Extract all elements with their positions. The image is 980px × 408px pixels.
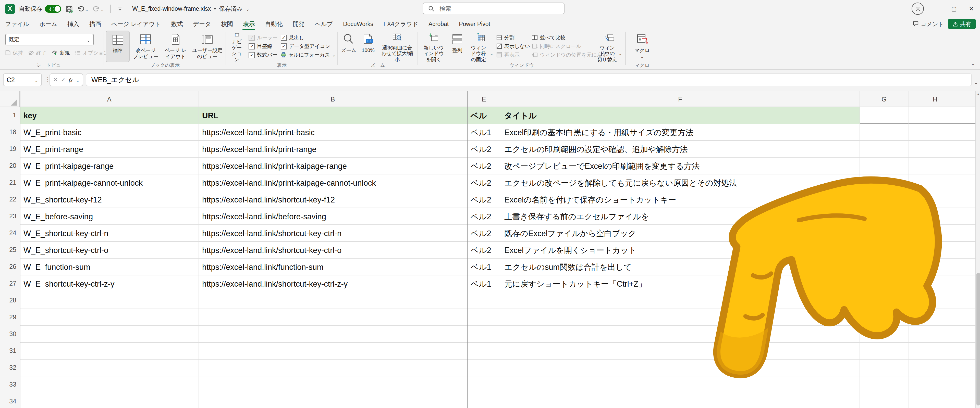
column-header-e[interactable]: E [467, 91, 501, 108]
cell-key[interactable]: W_E_print-range [20, 141, 199, 157]
tab-developer[interactable]: 開発 [288, 17, 310, 30]
table-row-empty[interactable]: 34 [0, 393, 975, 408]
arrange-all-button[interactable]: 整列 [449, 30, 466, 62]
tab-data[interactable]: データ [188, 17, 216, 30]
checkbox-icon[interactable] [281, 35, 287, 41]
tab-insert[interactable]: 挿入 [62, 17, 84, 30]
document-title[interactable]: W_E_fixed-window-frame.xlsx • 保存済み [132, 5, 250, 13]
cell-url[interactable]: https://excel-land.link/shortcut-key-f12 [199, 191, 467, 208]
cell-level[interactable]: ベル2 [467, 175, 501, 191]
maximize-button[interactable]: ▢ [945, 0, 963, 17]
column-header-h[interactable]: H [908, 91, 962, 108]
scroll-up-icon[interactable]: ▲ [977, 92, 980, 96]
cell-level[interactable]: ベル2 [467, 141, 501, 157]
excel-app-icon[interactable]: X [5, 4, 15, 14]
autosave-control[interactable]: 自動保存 オン [19, 5, 61, 13]
tab-docuworks[interactable]: DocuWorks [338, 17, 378, 30]
page-layout-view-button[interactable]: ページ レイアウト [162, 30, 189, 62]
column-header-g[interactable]: G [859, 91, 908, 108]
cell-focus-button[interactable]: セルにフォーカス [281, 51, 336, 59]
gridlines-checkbox[interactable]: 目盛線 [249, 42, 278, 51]
row-number[interactable]: 30 [0, 326, 20, 343]
cell-url[interactable]: https://excel-land.link/print-kaipage-ca… [199, 175, 467, 191]
chevron-down-icon[interactable] [35, 76, 38, 83]
tab-automate[interactable]: 自動化 [260, 17, 288, 30]
freeze-panes-button[interactable]: * ウィンドウ枠の固定 [467, 30, 495, 62]
table-row[interactable]: 18 W_E_print-basic https://excel-land.li… [0, 124, 975, 141]
comments-button[interactable]: コメント [913, 20, 944, 28]
checkbox-icon[interactable] [281, 43, 287, 49]
save-icon[interactable] [65, 5, 73, 13]
formula-bar-checkbox[interactable]: 数式バー [249, 51, 278, 59]
checkbox-icon[interactable] [249, 43, 255, 49]
chevron-down-icon[interactable] [332, 52, 336, 58]
cell-url[interactable]: https://excel-land.link/print-basic [199, 124, 467, 141]
data-type-icons-checkbox[interactable]: データ型アイコン [281, 42, 336, 51]
cell-key[interactable]: W_E_print-kaipage-cannot-unlock [20, 175, 199, 191]
undo-button[interactable] [77, 4, 89, 13]
view-side-by-side-button[interactable]: 並べて比較 [531, 33, 594, 42]
search-box[interactable] [423, 3, 565, 14]
switch-windows-button[interactable]: ウィンドウの切り替え [595, 30, 624, 62]
cell-level[interactable]: ベル2 [467, 242, 501, 259]
tab-help[interactable]: ヘルプ [310, 17, 338, 30]
chevron-down-icon[interactable] [76, 77, 80, 83]
row-number[interactable]: 1 [0, 107, 20, 124]
cell-key[interactable]: W_E_print-basic [20, 124, 199, 141]
row-number[interactable]: 20 [0, 157, 20, 175]
cell-level[interactable]: ベル2 [467, 157, 501, 175]
navigation-button[interactable]: ナビゲーション [228, 30, 246, 62]
account-avatar[interactable] [912, 3, 924, 15]
header-cell-key[interactable]: key [20, 107, 199, 124]
header-cell-url[interactable]: URL [199, 107, 467, 124]
row-number[interactable]: 33 [0, 376, 20, 393]
chevron-down-icon[interactable] [640, 53, 644, 59]
share-button[interactable]: 共有 [948, 19, 976, 29]
cell-key[interactable]: W_E_function-sum [20, 259, 199, 275]
name-box[interactable]: C2 [3, 73, 42, 86]
row-number[interactable]: 24 [0, 225, 20, 242]
row-number[interactable]: 31 [0, 343, 20, 360]
tab-formulas[interactable]: 数式 [166, 17, 188, 30]
cell-url[interactable]: https://excel-land.link/before-saving [199, 208, 467, 225]
insert-function-button[interactable]: fx [68, 77, 73, 83]
row-number[interactable]: 29 [0, 309, 20, 326]
cell-key[interactable]: W_E_shortcut-key-ctrl-o [20, 242, 199, 259]
row-number[interactable]: 23 [0, 208, 20, 225]
tab-file[interactable]: ファイル [0, 17, 34, 30]
cell-level[interactable]: ベル1 [467, 259, 501, 275]
select-all-corner[interactable] [0, 91, 20, 108]
row-number[interactable]: 28 [0, 292, 20, 309]
cell-key[interactable]: W_E_shortcut-key-ctrl-z-y [20, 275, 199, 292]
normal-view-button[interactable]: 標準 [106, 30, 130, 62]
cell-key[interactable]: W_E_shortcut-key-ctrl-n [20, 225, 199, 242]
cell-level[interactable]: ベル2 [467, 225, 501, 242]
page-break-preview-button[interactable]: 改ページ プレビュー [131, 30, 161, 62]
checkbox-icon[interactable] [249, 52, 255, 58]
cell-key[interactable]: W_E_shortcut-key-f12 [20, 191, 199, 208]
header-cell-title[interactable]: タイトル [501, 107, 863, 124]
macros-button[interactable]: マクロ [628, 30, 656, 62]
tab-fx4cloud[interactable]: FX4クラウド [379, 17, 423, 30]
zoom-100-button[interactable]: 100 100% [359, 30, 377, 62]
column-header-f[interactable]: F [501, 91, 859, 108]
formula-input[interactable]: WEB_エクセル [86, 73, 972, 86]
minimize-button[interactable]: ─ [928, 0, 945, 17]
hide-window-button[interactable]: 表示しない [496, 42, 530, 51]
cell-level[interactable]: ベル2 [467, 208, 501, 225]
expand-formula-bar-icon[interactable] [974, 77, 978, 86]
custom-views-button[interactable]: ユーザー設定 のビュー [190, 30, 224, 62]
tab-acrobat[interactable]: Acrobat [423, 17, 454, 30]
chevron-down-icon[interactable] [618, 51, 622, 56]
table-header-row[interactable]: 1 key URL ベル タイトル [0, 107, 975, 124]
row-number[interactable]: 18 [0, 124, 20, 141]
undo-dropdown-icon[interactable] [85, 4, 89, 13]
search-input[interactable] [438, 5, 542, 12]
zoom-to-selection-button[interactable]: 選択範囲に合わせて拡大/縮小 [379, 30, 416, 62]
header-cell-level[interactable]: ベル [467, 107, 501, 124]
autosave-toggle[interactable]: オン [45, 5, 61, 13]
scrollbar-thumb[interactable] [977, 273, 980, 405]
headings-checkbox[interactable]: 見出し [281, 33, 336, 42]
cell-title[interactable]: Excel印刷の基本!白黒にする・用紙サイズの変更方法 [501, 124, 863, 141]
cell-level[interactable]: ベル1 [467, 124, 501, 141]
